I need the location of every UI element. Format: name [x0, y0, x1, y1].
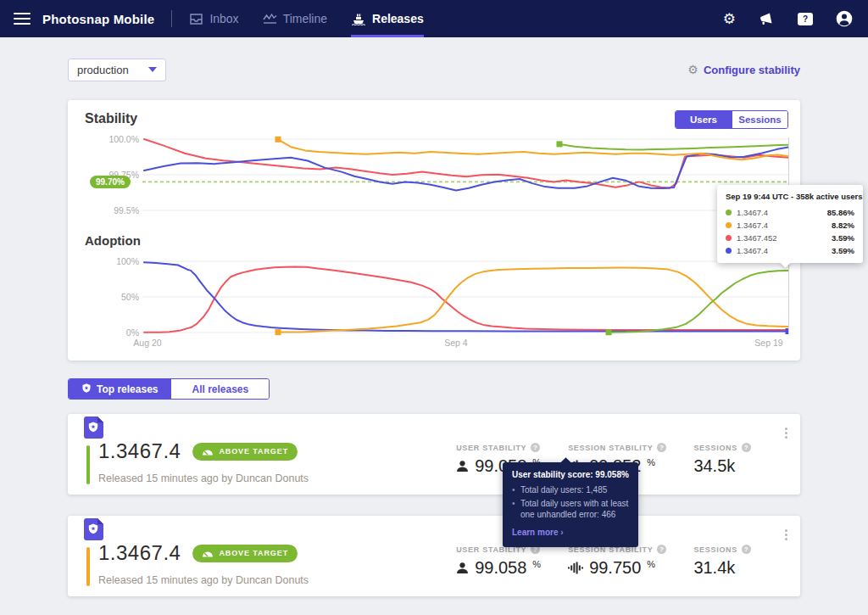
gauge-icon [202, 549, 214, 557]
tab-all-releases[interactable]: All releases [170, 379, 269, 399]
above-target-badge: ABOVE TARGET [192, 443, 298, 461]
settings-icon[interactable]: ⚙ [723, 12, 736, 26]
learn-more-link[interactable]: Learn more › [512, 528, 564, 537]
top-navbar: Photosnap Mobile Inbox Timeline Releases… [0, 0, 868, 37]
nav-divider [171, 10, 172, 27]
nav-item-label: Timeline [283, 12, 327, 25]
adoption-chart[interactable] [142, 254, 788, 339]
release-stats: USER STABILITY? 99.058% SESSION STABILIT… [456, 545, 751, 578]
series-dot-red [726, 235, 732, 241]
adoption-chart-title: Adoption [85, 233, 141, 248]
stability-ytick-995: 99.5% [88, 205, 139, 215]
filter-row: production ⚙ Configure stability [68, 58, 800, 81]
tooltip-bullet: Total daily users with at least one unha… [512, 498, 629, 521]
toggle-users-button[interactable]: Users [676, 111, 732, 128]
release-version: 1.3467.4 [98, 439, 181, 463]
timeline-icon [263, 13, 277, 25]
stability-chart-title: Stability [85, 111, 137, 126]
environment-value: production [77, 64, 148, 76]
chart-tooltip: Sep 19 9:44 UTC - 358k active users 1.34… [717, 185, 863, 263]
series-dot-green [726, 210, 732, 215]
announcements-icon[interactable] [759, 12, 775, 25]
ship-icon [351, 13, 366, 25]
help-icon[interactable]: ? [657, 443, 666, 452]
environment-select[interactable]: production [68, 59, 166, 81]
chevron-down-icon [148, 67, 157, 72]
stability-target-badge: 99.70% [90, 176, 131, 188]
account-icon[interactable] [836, 10, 853, 27]
configure-stability-label: Configure stability [704, 64, 800, 76]
nav-item-inbox[interactable]: Inbox [189, 0, 238, 37]
release-card-2[interactable]: 1.3467.4 ABOVE TARGET Released 15 minute… [68, 516, 800, 596]
tab-label: Top releases [97, 383, 158, 395]
user-stability-tooltip: User stability score: 99.058% Total dail… [503, 462, 638, 547]
stability-ytick-100: 100.0% [88, 134, 139, 144]
nav-icons: ⚙ ? [723, 10, 853, 27]
adoption-ytick-0: 0% [88, 327, 139, 338]
shield-icon [81, 383, 92, 396]
chart-tooltip-row: 1.3467.4 85.86% [726, 206, 854, 219]
app-title: Photosnap Mobile [42, 12, 154, 26]
nav-item-label: Releases [372, 12, 424, 25]
nav-links: Inbox Timeline Releases [189, 0, 423, 37]
release-version: 1.3467.4 [98, 541, 181, 565]
stat-sessions: SESSIONS? 31.4k [693, 545, 751, 578]
adoption-ytick-50: 50% [88, 292, 139, 302]
release-accent-bar [86, 547, 90, 586]
user-icon [456, 562, 469, 574]
release-accent-bar [86, 445, 90, 484]
release-menu-button[interactable] [782, 527, 790, 543]
gear-icon: ⚙ [687, 64, 698, 75]
help-icon[interactable]: ? [798, 13, 813, 25]
gauge-icon [202, 447, 214, 456]
tooltip-bullet: Total daily users: 1,485 [512, 484, 629, 496]
inbox-icon [189, 13, 203, 25]
xtick-sep19: Sep 19 [752, 338, 786, 348]
configure-stability-link[interactable]: ⚙ Configure stability [687, 64, 800, 76]
series-dot-orange [726, 222, 732, 228]
help-icon[interactable]: ? [657, 545, 666, 554]
series-dot-blue [726, 248, 732, 254]
chart-tooltip-row: 1.3467.4 3.59% [726, 244, 854, 257]
release-info: Released 15 minutes ago by Duncan Donuts [98, 574, 309, 586]
tooltip-title: User stability score: 99.058% [512, 470, 629, 479]
nav-item-timeline[interactable]: Timeline [263, 0, 327, 37]
stability-mode-toggle: Users Sessions [675, 110, 788, 129]
xtick-sep4: Sep 4 [442, 338, 470, 348]
release-menu-button[interactable] [782, 425, 790, 441]
release-info: Released 15 minutes ago by Duncan Donuts [98, 472, 309, 484]
releases-tabs: Top releases All releases [68, 378, 270, 400]
release-card-1[interactable]: 1.3467.4 ABOVE TARGET Released 15 minute… [68, 414, 800, 495]
nav-item-releases[interactable]: Releases [351, 0, 424, 37]
nav-item-label: Inbox [209, 12, 238, 25]
toggle-sessions-button[interactable]: Sessions [732, 111, 787, 128]
above-target-badge: ABOVE TARGET [192, 545, 298, 562]
xtick-aug20: Aug 20 [129, 338, 166, 348]
menu-icon[interactable] [14, 13, 31, 25]
chart-tooltip-row: 1.3467.452 3.59% [726, 232, 854, 244]
stat-session-stability: SESSION STABILITY? 99.750% [568, 545, 666, 578]
stat-user-stability: USER STABILITY? 99.058% [456, 545, 541, 578]
help-icon[interactable]: ? [742, 443, 751, 452]
tab-label: All releases [192, 383, 248, 395]
stat-sessions: SESSIONS? 34.5k [693, 443, 751, 476]
help-icon[interactable]: ? [742, 545, 751, 554]
stability-adoption-card: Stability Users Sessions 100.0% 99.75% 9… [68, 100, 800, 361]
user-icon [456, 460, 469, 472]
adoption-ytick-100: 100% [88, 256, 139, 266]
help-icon[interactable]: ? [531, 443, 540, 452]
tab-top-releases[interactable]: Top releases [69, 379, 170, 399]
stability-chart[interactable] [142, 134, 788, 215]
chart-tooltip-row: 1.3467.4 8.82% [726, 219, 854, 232]
sessions-pulse-icon [568, 562, 583, 574]
chart-tooltip-title: Sep 19 9:44 UTC - 358k active users [726, 192, 854, 201]
